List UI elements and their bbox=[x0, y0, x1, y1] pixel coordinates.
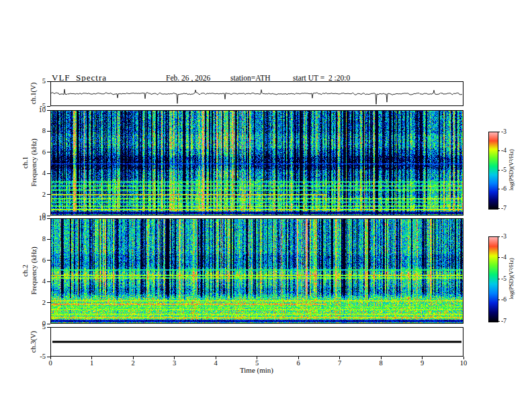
y-tick-mark bbox=[47, 357, 50, 357]
colorbar-tick-label: -6 bbox=[501, 296, 513, 303]
y-tick-mark bbox=[47, 281, 50, 282]
y-tick-mark bbox=[47, 81, 50, 82]
y-tick-mark bbox=[47, 173, 50, 174]
colorbar-tick-mark bbox=[498, 150, 500, 151]
colorbar-ch1 bbox=[488, 132, 498, 210]
y-tick-mark bbox=[47, 152, 50, 152]
x-tick-label: 7 bbox=[333, 359, 347, 367]
x-tick-label: 2 bbox=[126, 359, 140, 367]
y-tick-label: 8 bbox=[30, 235, 46, 242]
y-tick-mark bbox=[47, 239, 50, 240]
time-axis-label: Time (min) bbox=[230, 366, 283, 374]
y-tick-mark bbox=[47, 324, 50, 324]
y-tick-label: 10 bbox=[30, 106, 46, 113]
x-tick-label: 4 bbox=[209, 359, 222, 367]
colorbar-tick-mark bbox=[498, 208, 500, 209]
panel-ch1-waveform bbox=[50, 81, 463, 106]
ch3-voltage-axis-label: ch.3(V) bbox=[30, 275, 38, 409]
y-tick-label: 4 bbox=[30, 277, 46, 285]
y-tick-label: 5 bbox=[30, 323, 46, 330]
x-tick-label: 5 bbox=[251, 359, 264, 367]
colorbar-tick-label: -7 bbox=[501, 318, 513, 324]
y-tick-label: 6 bbox=[30, 148, 46, 156]
colorbar-tick-mark bbox=[498, 132, 500, 132]
colorbar-tick-mark bbox=[498, 321, 500, 322]
x-tick-label: 0 bbox=[44, 359, 57, 367]
colorbar-tick-mark bbox=[498, 189, 500, 189]
colorbar-tick-label: -6 bbox=[501, 185, 513, 192]
colorbar-ch2 bbox=[488, 236, 498, 322]
y-tick-label: 10 bbox=[30, 214, 46, 222]
colorbar-tick-mark bbox=[498, 300, 500, 300]
x-tick-label: 6 bbox=[292, 359, 305, 367]
colorbar-tick-label: -5 bbox=[501, 275, 513, 282]
x-tick-label: 3 bbox=[168, 359, 181, 367]
colorbar-tick-label: -3 bbox=[501, 128, 513, 135]
y-tick-mark bbox=[47, 131, 50, 132]
y-tick-label: 6 bbox=[30, 257, 46, 264]
y-tick-mark bbox=[47, 194, 50, 195]
colorbar-tick-label: -4 bbox=[501, 147, 513, 154]
y-tick-mark bbox=[47, 106, 50, 107]
colorbar-tick-mark bbox=[498, 279, 500, 279]
y-tick-mark bbox=[47, 216, 50, 216]
colorbar-tick-label: -4 bbox=[501, 254, 513, 261]
panel-ch3-waveform bbox=[50, 327, 463, 357]
vlf-spectra-figure: VLF Spectra Feb. 26 , 2026 station=ATH s… bbox=[0, 0, 532, 411]
y-tick-label: 8 bbox=[30, 127, 46, 134]
colorbar-tick-label: -5 bbox=[501, 167, 513, 173]
y-tick-label: 2 bbox=[30, 191, 46, 198]
y-tick-mark bbox=[47, 327, 50, 328]
y-tick-mark bbox=[47, 218, 50, 219]
colorbar-tick-mark bbox=[498, 236, 500, 237]
panel-ch1-spectrogram bbox=[50, 110, 463, 216]
y-tick-label: 4 bbox=[30, 169, 46, 177]
colorbar-tick-label: -7 bbox=[501, 205, 513, 212]
panel-ch2-spectrogram bbox=[50, 218, 463, 324]
x-tick-label: 1 bbox=[85, 359, 99, 367]
ch1-waveform-canvas bbox=[51, 82, 463, 105]
y-tick-mark bbox=[47, 302, 50, 303]
ch1-spectrogram-canvas bbox=[51, 111, 463, 215]
y-tick-label: 2 bbox=[30, 299, 46, 306]
x-tick-label: 8 bbox=[374, 359, 388, 367]
y-tick-mark bbox=[47, 260, 50, 261]
y-tick-label: 5 bbox=[30, 77, 46, 85]
x-tick-label: 9 bbox=[416, 359, 429, 367]
colorbar-tick-label: -3 bbox=[501, 233, 513, 240]
x-tick-label: 10 bbox=[457, 359, 470, 367]
ch3-waveform-canvas bbox=[51, 328, 463, 356]
colorbar-tick-mark bbox=[498, 170, 500, 171]
colorbar-tick-mark bbox=[498, 257, 500, 258]
ch2-channel-axis-label: ch.2 bbox=[21, 203, 30, 338]
y-tick-mark bbox=[47, 110, 50, 111]
ch2-spectrogram-canvas bbox=[51, 219, 463, 323]
y-tick-label: -5 bbox=[30, 353, 46, 360]
